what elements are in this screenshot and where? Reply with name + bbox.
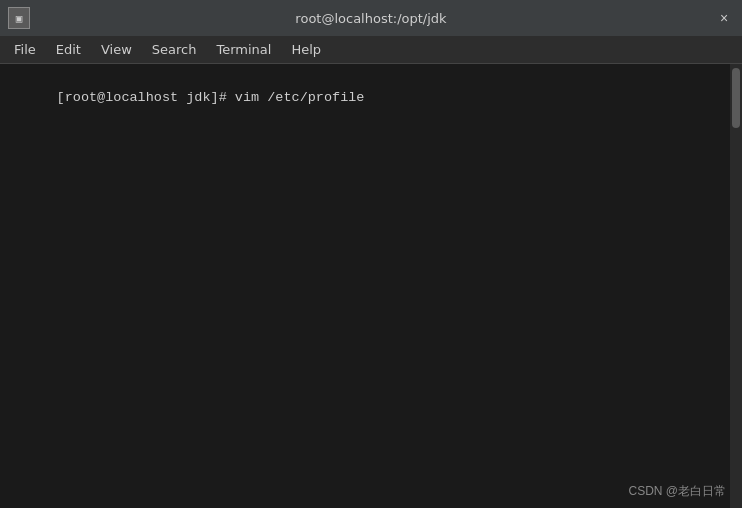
menu-terminal[interactable]: Terminal [206,38,281,61]
title-bar: ▣ root@localhost:/opt/jdk × [0,0,742,36]
terminal-window: ▣ root@localhost:/opt/jdk × File Edit Vi… [0,0,742,508]
menu-edit[interactable]: Edit [46,38,91,61]
close-button[interactable]: × [714,8,734,28]
menu-search[interactable]: Search [142,38,207,61]
menu-help[interactable]: Help [281,38,331,61]
terminal-line: [root@localhost jdk]# vim /etc/profile [8,70,734,127]
terminal-prompt: [root@localhost jdk]# vim /etc/profile [57,90,365,105]
scrollbar-track[interactable] [730,64,742,508]
menu-file[interactable]: File [4,38,46,61]
menu-view[interactable]: View [91,38,142,61]
watermark: CSDN @老白日常 [628,483,726,500]
window-title: root@localhost:/opt/jdk [295,11,446,26]
title-bar-left: ▣ [8,7,30,29]
menu-bar: File Edit View Search Terminal Help [0,36,742,64]
terminal-body[interactable]: [root@localhost jdk]# vim /etc/profile C… [0,64,742,508]
terminal-window-icon: ▣ [8,7,30,29]
scrollbar-thumb[interactable] [732,68,740,128]
